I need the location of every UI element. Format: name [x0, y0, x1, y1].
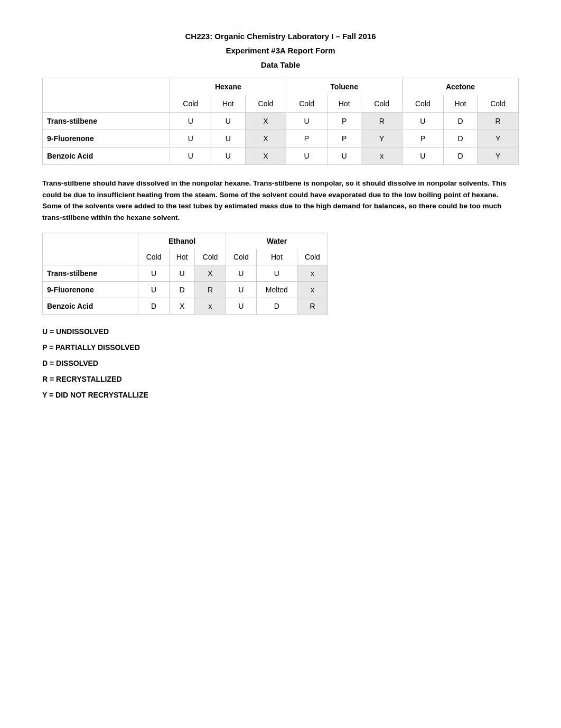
second-cell-r2-c4: D [256, 298, 297, 315]
second-row-label-2: Benzoic Acid [43, 298, 138, 315]
main-cell-r1-c0: U [170, 130, 211, 148]
main-cell-r0-c8: R [478, 113, 519, 130]
second-cell-r1-c5: x [297, 282, 328, 298]
main-table-container: Hexane Toluene Acetone Cold Hot Cold Col… [42, 78, 519, 165]
second-cell-r1-c0: U [138, 282, 169, 298]
col-wat-cold: Cold [226, 249, 256, 265]
main-cell-r0-c4: P [327, 113, 361, 130]
second-row-label-0: Trans-stilbene [43, 265, 138, 282]
main-cell-r0-c6: U [403, 113, 444, 130]
col-hexane-cold: Cold [170, 95, 211, 113]
main-cell-r2-c5: x [361, 148, 403, 165]
main-cell-r2-c6: U [403, 148, 444, 165]
main-cell-r1-c5: Y [361, 130, 403, 148]
main-cell-r1-c4: P [327, 130, 361, 148]
main-cell-r1-c3: P [286, 130, 328, 148]
main-row-label-1: 9-Fluorenone [43, 130, 170, 148]
main-cell-r2-c3: U [286, 148, 328, 165]
col-toluene-hot: Hot [327, 95, 361, 113]
second-cell-r2-c3: U [226, 298, 256, 315]
main-data-table: Hexane Toluene Acetone Cold Hot Cold Col… [42, 78, 519, 165]
col-wat-hot: Hot [256, 249, 297, 265]
group-header-row: Hexane Toluene Acetone [43, 78, 519, 96]
group-hexane: Hexane [170, 78, 286, 96]
second-cell-r0-c5: x [297, 265, 328, 282]
second-group-ethanol: Ethanol [138, 233, 226, 250]
col-wat-cold2: Cold [297, 249, 328, 265]
main-table-row: Trans-stilbeneUUXUPRUDR [43, 113, 519, 130]
second-table-container: Ethanol Water Cold Hot Cold Cold Hot Col… [42, 233, 519, 315]
main-cell-r2-c2: X [245, 148, 286, 165]
main-table-row: 9-FluorenoneUUXPPYPDY [43, 130, 519, 148]
group-acetone: Acetone [403, 78, 519, 96]
legend-item-2: D = DISSOLVED [42, 359, 519, 367]
second-data-table: Ethanol Water Cold Hot Cold Cold Hot Col… [42, 233, 328, 315]
analysis-text: Trans-stilbene should have dissolved in … [42, 178, 519, 223]
main-row-label-2: Benzoic Acid [43, 148, 170, 165]
second-cell-r2-c0: D [138, 298, 169, 315]
second-group-header-row: Ethanol Water [43, 233, 328, 250]
legend-item-4: Y = DID NOT RECRYSTALLIZE [42, 391, 519, 399]
col-hexane-cold2: Cold [245, 95, 286, 113]
main-cell-r0-c0: U [170, 113, 211, 130]
second-cell-r1-c3: U [226, 282, 256, 298]
second-empty-corner [43, 233, 138, 250]
second-cell-r1-c1: D [169, 282, 195, 298]
col-toluene-cold2: Cold [361, 95, 403, 113]
second-cell-r2-c1: X [169, 298, 195, 315]
col-hexane-hot: Hot [211, 95, 246, 113]
main-cell-r2-c4: U [327, 148, 361, 165]
row-label-header [43, 95, 170, 113]
page-title: CH223: Organic Chemistry Laboratory I – … [42, 32, 519, 41]
col-eth-cold2: Cold [195, 249, 226, 265]
second-cell-r0-c0: U [138, 265, 169, 282]
col-acetone-cold: Cold [403, 95, 444, 113]
second-cell-r2-c2: x [195, 298, 226, 315]
second-table-row: Trans-stilbeneUUXUUx [43, 265, 328, 282]
second-table-row: 9-FluorenoneUDRUMeltedx [43, 282, 328, 298]
main-cell-r0-c3: U [286, 113, 328, 130]
col-eth-cold: Cold [138, 249, 169, 265]
main-cell-r0-c5: R [361, 113, 403, 130]
main-cell-r2-c7: D [443, 148, 478, 165]
legend-container: U = UNDISSOLVEDP = PARTIALLY DISSOLVEDD … [42, 327, 519, 399]
col-acetone-hot: Hot [443, 95, 478, 113]
second-cell-r2-c5: R [297, 298, 328, 315]
col-eth-hot: Hot [169, 249, 195, 265]
main-cell-r1-c6: P [403, 130, 444, 148]
experiment-title: Experiment #3A Report Form [42, 46, 519, 55]
main-cell-r1-c2: X [245, 130, 286, 148]
second-cell-r1-c4: Melted [256, 282, 297, 298]
main-table-row: Benzoic AcidUUXUUxUDY [43, 148, 519, 165]
second-group-water: Water [226, 233, 328, 250]
second-cell-r0-c4: U [256, 265, 297, 282]
main-cell-r2-c1: U [211, 148, 246, 165]
main-cell-r1-c8: Y [478, 130, 519, 148]
main-cell-r0-c7: D [443, 113, 478, 130]
main-cell-r1-c7: D [443, 130, 478, 148]
main-cell-r0-c1: U [211, 113, 246, 130]
second-cell-r1-c2: R [195, 282, 226, 298]
legend-item-3: R = RECRYSTALLIZED [42, 375, 519, 383]
col-acetone-cold2: Cold [478, 95, 519, 113]
main-row-label-0: Trans-stilbene [43, 113, 170, 130]
section-title: Data Table [42, 60, 519, 69]
main-cell-r2-c8: Y [478, 148, 519, 165]
second-cell-r0-c3: U [226, 265, 256, 282]
legend-item-0: U = UNDISSOLVED [42, 327, 519, 336]
empty-corner [43, 78, 170, 96]
sub-header-row: Cold Hot Cold Cold Hot Cold Cold Hot Col… [43, 95, 519, 113]
group-toluene: Toluene [286, 78, 403, 96]
second-cell-r0-c2: X [195, 265, 226, 282]
main-cell-r1-c1: U [211, 130, 246, 148]
main-cell-r2-c0: U [170, 148, 211, 165]
legend-item-1: P = PARTIALLY DISSOLVED [42, 343, 519, 352]
second-row-label-header [43, 249, 138, 265]
second-row-label-1: 9-Fluorenone [43, 282, 138, 298]
second-table-row: Benzoic AcidDXxUDR [43, 298, 328, 315]
second-sub-header-row: Cold Hot Cold Cold Hot Cold [43, 249, 328, 265]
main-cell-r0-c2: X [245, 113, 286, 130]
second-cell-r0-c1: U [169, 265, 195, 282]
col-toluene-cold: Cold [286, 95, 328, 113]
